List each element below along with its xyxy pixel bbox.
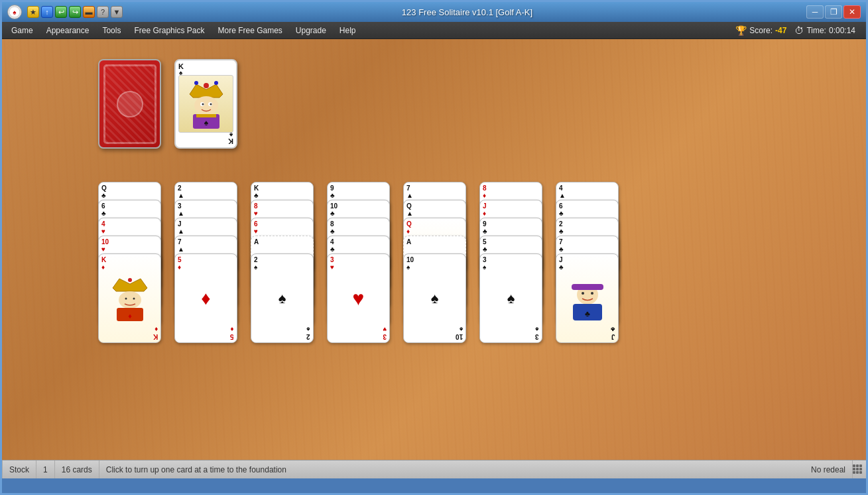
svg-text:♦: ♦ — [128, 312, 132, 320]
svg-point-4 — [194, 81, 198, 85]
column-1: Q♣ Q♣ 6♣ 6♣ 4♥ 4♥ 10♥ 10♥ K♦ K♦ — [98, 182, 161, 361]
rank-tl: 6♣ — [101, 202, 106, 217]
score-label: Score: — [749, 26, 773, 35]
column-2: 2▲ 2▲ 3▲ 3▲ J▲ J▲ — [174, 182, 237, 361]
rank-tl: 7▲ — [178, 238, 184, 253]
diamond-center: ♦ — [201, 288, 210, 309]
spade-center: ♠ — [279, 290, 286, 307]
icon-dropdown[interactable]: ▼ — [111, 6, 123, 18]
spade-center-6: ♠ — [507, 290, 515, 307]
svg-point-18 — [133, 298, 135, 300]
rank-tl: 4▲ — [559, 184, 566, 199]
svg-point-35 — [591, 292, 593, 295]
rank-tl: 6♥ — [254, 220, 258, 235]
rank-tl: 2♠ — [254, 256, 258, 271]
restore-button[interactable]: ❐ — [825, 5, 842, 19]
jack-illustration: ♣ — [565, 275, 610, 322]
grid-icon — [853, 464, 863, 475]
rank-tl: K♣ — [254, 184, 259, 199]
time-label: Time: — [806, 26, 826, 35]
card-2-spades-3[interactable]: 2♠ 2♠ ♠ — [251, 253, 314, 343]
rank-tl: 10♠ — [406, 256, 414, 271]
statusbar: Stock 1 16 cards Click to turn up one ca… — [2, 460, 866, 478]
svg-point-3 — [204, 83, 209, 88]
rank-tl: 9♣ — [483, 220, 487, 235]
rank-tl: A — [406, 238, 411, 246]
game-area: K ♠ K ♠ — [2, 39, 866, 478]
svg-point-10 — [210, 103, 212, 105]
rank-tl: 10♣ — [330, 202, 338, 217]
card-back-inner — [103, 64, 156, 144]
close-button[interactable]: ✕ — [843, 5, 861, 19]
rank-tl: J♦ — [483, 202, 487, 217]
menu-game[interactable]: Game — [5, 23, 40, 38]
rank-tl: Q♣ — [101, 184, 107, 199]
icon-star[interactable]: ★ — [27, 6, 39, 18]
window-controls: ─ ❐ ✕ — [806, 5, 861, 19]
icon-redo[interactable]: ↪ — [69, 6, 81, 18]
svg-text:♠: ♠ — [204, 118, 208, 127]
rank-tl: 5♣ — [483, 238, 487, 253]
stock-pile[interactable] — [98, 59, 161, 149]
rank-tl: 2♣ — [559, 220, 564, 235]
menu-free-graphics[interactable]: Free Graphics Pack — [127, 23, 211, 38]
card-5-diamonds[interactable]: 5♦ 5♦ ♦ — [174, 253, 237, 343]
rank-tl: 2▲ — [178, 184, 184, 199]
score-icon: 🏆 — [735, 25, 747, 36]
card-j-clubs[interactable]: J♣ J♣ ♣ — [556, 253, 619, 343]
svg-point-16 — [119, 291, 141, 309]
titlebar: ♠ ★ ↑ ↩ ↪ ▬ ? ▼ 123 Free Solitaire v10.1… — [2, 2, 866, 22]
icon-up[interactable]: ↑ — [41, 6, 53, 18]
column-3: K♣ K♣ 8♥ 8♥ 6♥ 6♥ A 2♠ 2♠ ♠ — [251, 182, 314, 361]
rank-tl: 8♦ — [483, 184, 487, 199]
icon-undo[interactable]: ↩ — [55, 6, 67, 18]
king-face: ♦ — [101, 267, 158, 329]
menu-more-games[interactable]: More Free Games — [211, 23, 288, 38]
rank-tl: 9♣ — [330, 184, 335, 199]
app-logo: ♠ — [7, 5, 22, 19]
status-stock-count: 1 — [36, 460, 55, 478]
spade-center-5: ♠ — [431, 290, 439, 307]
status-cards-count: 16 cards — [55, 460, 99, 478]
menubar: Game Appearance Tools Free Graphics Pack… — [2, 22, 866, 39]
column-5: 7▲ 7▲ Q▲ Q▲ Q♦ Q♦ — [403, 182, 466, 361]
score-value: -47 — [775, 26, 786, 35]
rank-tl: 3▲ — [178, 202, 184, 217]
minimize-button[interactable]: ─ — [806, 5, 824, 19]
foundation-card[interactable]: K ♠ K ♠ — [174, 59, 237, 149]
card-3-hearts[interactable]: 3♥ 3♥ ♥ — [327, 253, 390, 343]
icon-help[interactable]: ? — [97, 6, 109, 18]
rank-br: 3♠ — [535, 326, 539, 340]
top-row: K ♠ K ♠ — [98, 59, 237, 149]
menu-upgrade[interactable]: Upgrade — [289, 23, 333, 38]
cards-count: 16 cards — [62, 465, 92, 474]
rank-tl: 10♥ — [101, 238, 109, 253]
stock-count: 1 — [43, 465, 48, 474]
svg-point-6 — [194, 96, 218, 115]
card-columns: Q♣ Q♣ 6♣ 6♣ 4♥ 4♥ 10♥ 10♥ K♦ K♦ — [98, 182, 619, 361]
card-3-spades[interactable]: 3♠ 3♠ ♠ — [479, 253, 542, 343]
card-k-diamonds[interactable]: K♦ K♦ ♦ — [98, 253, 161, 343]
status-text: Click to turn up one card at a time to t… — [106, 465, 286, 474]
rank-br: 10♠ — [456, 326, 463, 340]
card-10-spades[interactable]: 10♠ 10♠ ♠ — [403, 253, 466, 343]
status-stock-label: Stock — [2, 460, 36, 478]
rank-tl: 8♥ — [254, 202, 258, 217]
icon-notes[interactable]: ▬ — [83, 6, 95, 18]
king-d-illustration: ♦ — [107, 273, 153, 323]
svg-rect-12 — [196, 114, 216, 117]
menu-appearance[interactable]: Appearance — [40, 23, 96, 38]
column-7: 4▲ 4▲ 6♣ 6♣ 2♣ 2♣ 7♣ 7♣ J♣ J♣ — [556, 182, 619, 361]
time-value: 0:00:14 — [829, 26, 855, 35]
svg-point-9 — [202, 103, 204, 105]
rank-tl: 7▲ — [406, 184, 413, 199]
toolbar-icons: ★ ↑ ↩ ↪ ▬ ? ▼ — [27, 6, 123, 18]
rank-tl: 8♣ — [330, 220, 335, 235]
score-display: 🏆 Score: -47 — [735, 25, 786, 36]
menu-help[interactable]: Help — [333, 23, 363, 38]
svg-point-5 — [214, 81, 218, 85]
rank-tl: 3♠ — [483, 256, 487, 271]
stock-label: Stock — [9, 465, 29, 474]
menu-tools[interactable]: Tools — [95, 23, 127, 38]
rank-tl: 4♥ — [101, 220, 105, 235]
